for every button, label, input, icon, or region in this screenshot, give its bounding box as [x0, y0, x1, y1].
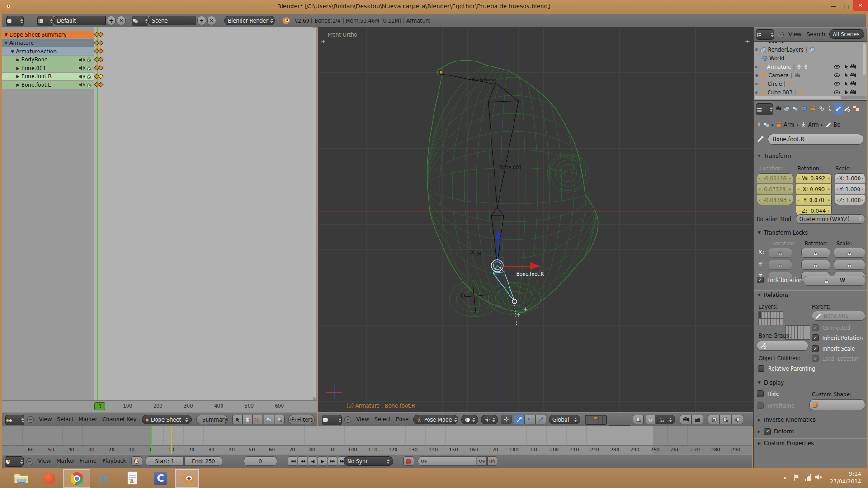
panel-transform-locks-header[interactable]: ▼Transform Locks — [754, 228, 867, 237]
panel-transform-header[interactable]: ▼Transform — [754, 151, 867, 160]
delete-keyframe-button[interactable]: ⁄ — [487, 456, 497, 466]
lock-channel-icon[interactable] — [86, 82, 92, 88]
collapse-menus-icon[interactable]: − — [344, 416, 351, 423]
expand-icon[interactable]: ▼ — [11, 49, 14, 54]
jump-to-start-button[interactable]: |◀◀ — [288, 456, 297, 466]
viewport-editor-type-button[interactable] — [322, 415, 342, 425]
mute-channel-icon[interactable] — [79, 57, 85, 62]
scale-x-field[interactable]: X: 1.000 — [835, 173, 865, 183]
selectable-toggle-cursor-icon[interactable] — [843, 64, 849, 69]
timeline-editor[interactable]: -60-50-40-30-20-100102030405060708090100… — [2, 426, 752, 468]
tab-object[interactable] — [808, 103, 817, 114]
dope-scrollbar[interactable] — [313, 27, 317, 400]
lock-channel-icon[interactable] — [86, 74, 92, 79]
layers-grid-1[interactable] — [585, 415, 607, 425]
info-editor-type-button[interactable]: i — [6, 16, 24, 26]
rotation-x-field[interactable]: X: 0.090 — [796, 184, 832, 194]
chrome-task-active[interactable] — [63, 469, 90, 488]
hide-toggle-eye-icon[interactable] — [834, 81, 840, 86]
outliner-item-world[interactable]: World — [754, 54, 867, 62]
tab-bone[interactable] — [834, 103, 843, 114]
dope-current-frame-badge[interactable]: 0 — [94, 402, 105, 410]
tray-expand-icon[interactable]: ▲ — [783, 475, 787, 480]
menu-marker[interactable]: Marker — [57, 458, 75, 464]
bone-layers-grid-1[interactable] — [758, 311, 783, 325]
selectable-toggle-cursor-icon[interactable] — [843, 81, 849, 86]
outliner-display-mode[interactable]: All Scenes — [829, 29, 864, 39]
properties-editor-type-button[interactable] — [756, 103, 773, 115]
lock-rotation-y-button[interactable] — [801, 260, 830, 270]
menu-select[interactable]: Select — [374, 416, 391, 422]
lock-channel-icon[interactable] — [86, 66, 92, 71]
summary-toggle[interactable]: Summary — [196, 415, 228, 424]
panel-deform-header[interactable]: ▶ Deform — [754, 426, 867, 437]
scene-icon[interactable] — [132, 16, 148, 26]
location-z-field[interactable]: -0.04393 — [757, 195, 793, 205]
lock-channel-icon[interactable] — [86, 57, 92, 62]
minimize-button[interactable]: — — [827, 2, 840, 11]
auto-keyframe-button[interactable] — [403, 456, 414, 466]
sync-mode-select[interactable]: No Sync — [344, 456, 393, 466]
copy-keyframes-button[interactable] — [264, 415, 274, 424]
delete-scene-button[interactable]: ✕ — [207, 16, 216, 25]
panel-inverse-kinematics-header[interactable]: ▶Inverse Kinematics — [754, 415, 867, 424]
frame-start-field[interactable]: Start: 1 — [146, 456, 184, 466]
pose-paste-button[interactable] — [720, 415, 731, 424]
pose-copy-button[interactable] — [708, 415, 720, 424]
bone-name-field[interactable]: Bone.foot.R — [768, 134, 863, 145]
dope-keyarea[interactable] — [94, 27, 313, 400]
menu-frame[interactable]: Frame — [80, 458, 96, 464]
insert-keyframe-button[interactable] — [477, 456, 487, 466]
bone-group-field[interactable] — [757, 341, 808, 351]
scale-y-field[interactable]: Y: 1.000 — [835, 184, 865, 194]
deform-checkbox[interactable] — [764, 428, 771, 435]
open-properties-icon[interactable]: + — [745, 38, 750, 45]
screen-layout-icon[interactable] — [37, 16, 53, 26]
tab-scene[interactable] — [791, 103, 800, 114]
channel-row-dope-sheet-summary[interactable]: ▼Dope Sheet Summary — [2, 31, 94, 38]
expand-icon[interactable]: ▶ — [16, 83, 19, 87]
hide-checkbox[interactable] — [757, 390, 764, 397]
renderable-toggle-camera-icon[interactable] — [850, 81, 856, 86]
channel-row-bone-001[interactable]: ▶Bone.001 — [2, 64, 94, 72]
use-preview-range-button[interactable] — [131, 456, 142, 466]
manipulator-translate-button[interactable] — [514, 415, 524, 424]
channel-row-bodybone[interactable]: ▶BodyBone — [2, 56, 94, 64]
channel-row-bone-foot-l[interactable]: ▶Bone.foot.L — [2, 81, 94, 89]
panel-display-header[interactable]: ▼Display — [754, 378, 867, 387]
blue-app-icon[interactable]: C — [154, 472, 167, 485]
menu-select[interactable]: Select — [57, 416, 74, 422]
dope-ruler[interactable]: 0 100200300400500600 — [2, 400, 317, 413]
cursor-tool-button[interactable] — [232, 415, 242, 424]
dope-sheet-editor[interactable]: ▼Dope Sheet Summary▼Armature▼ArmatureAct… — [2, 27, 317, 412]
rotation-y-field[interactable]: Y: 0.070 — [796, 195, 832, 205]
snap-toggle[interactable] — [646, 415, 656, 424]
timeline-editor-type-button[interactable] — [5, 456, 24, 467]
current-frame-field[interactable]: 0 — [244, 456, 277, 466]
tab-world[interactable] — [800, 103, 808, 114]
outliner-hscrollbar[interactable] — [755, 96, 866, 99]
maximize-button[interactable]: □ — [840, 2, 853, 11]
lock-location-y-button[interactable] — [769, 260, 792, 270]
collapse-menus-icon[interactable]: − — [778, 32, 784, 38]
location-x-field[interactable]: -0.08118 — [757, 173, 793, 183]
pin-icon[interactable] — [757, 122, 761, 128]
play-button[interactable]: ▶ — [318, 456, 327, 466]
timeline-tracks[interactable] — [2, 426, 752, 445]
render-opengl-anim-button[interactable] — [692, 415, 703, 424]
menu-marker[interactable]: Marker — [79, 416, 97, 422]
hide-toggle-eye-icon[interactable] — [834, 73, 840, 78]
menu-pose[interactable]: Pose — [396, 416, 409, 422]
tab-armature-data[interactable] — [826, 103, 834, 114]
menu-channel[interactable]: Channel — [102, 416, 124, 422]
menu-view[interactable]: View — [38, 458, 51, 464]
internet-explorer-icon[interactable]: e — [95, 470, 111, 486]
render-engine-select[interactable]: Blender Render — [224, 16, 275, 25]
collapse-menus-icon[interactable]: − — [26, 458, 33, 465]
hide-toggle-eye-icon[interactable] — [834, 90, 840, 95]
manipulator-rotate-button[interactable] — [524, 415, 535, 424]
timeline-ruler[interactable]: -60-50-40-30-20-100102030405060708090100… — [2, 445, 752, 455]
lock-rotation-w-button[interactable]: W — [804, 276, 865, 286]
keying-set-field[interactable] — [418, 456, 476, 466]
manipulator-toggle[interactable] — [501, 415, 512, 424]
